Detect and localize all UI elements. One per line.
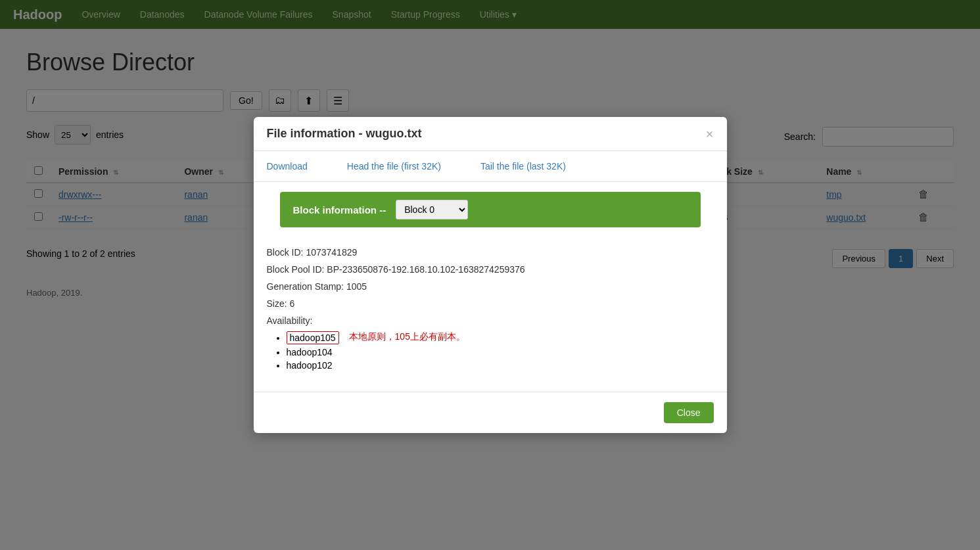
modal-overlay: File information - wuguo.txt × Download … xyxy=(0,0,980,550)
close-button[interactable]: Close xyxy=(664,402,714,423)
availability-row: hadoop105 hadoop104 hadoop102 本地原则，105上必… xyxy=(267,331,714,378)
generation-stamp-line: Generation Stamp: 1005 xyxy=(267,281,714,292)
modal-close-button[interactable]: × xyxy=(706,127,714,141)
head-file-link[interactable]: Head the file (first 32K) xyxy=(347,161,441,172)
block-info-label: Block information -- xyxy=(293,204,386,216)
modal-title: File information - wuguo.txt xyxy=(267,127,422,141)
tail-file-link[interactable]: Tail the file (last 32K) xyxy=(480,161,566,172)
block-info-header: Block information -- Block 0 Block 1 xyxy=(280,192,701,227)
annotation-text: 本地原则，105上必有副本。 xyxy=(349,331,465,343)
download-link[interactable]: Download xyxy=(267,161,308,172)
modal-links: Download Head the file (first 32K) Tail … xyxy=(254,151,727,182)
block-select[interactable]: Block 0 Block 1 xyxy=(396,200,468,219)
modal-footer: Close xyxy=(254,392,727,433)
list-item-3: hadoop102 xyxy=(287,360,339,371)
availability-list: hadoop105 hadoop104 hadoop102 xyxy=(267,331,339,373)
highlighted-node: hadoop105 xyxy=(287,331,339,344)
block-id-line: Block ID: 1073741829 xyxy=(267,247,714,258)
file-info-modal: File information - wuguo.txt × Download … xyxy=(254,117,727,433)
size-line: Size: 6 xyxy=(267,298,714,309)
list-item-2: hadoop104 xyxy=(287,347,339,357)
availability-label: Availability: xyxy=(267,315,714,326)
modal-body: Block ID: 1073741829 Block Pool ID: BP-2… xyxy=(254,234,727,392)
list-item-1: hadoop105 xyxy=(287,331,339,344)
modal-header: File information - wuguo.txt × xyxy=(254,117,727,151)
block-pool-id-line: Block Pool ID: BP-233650876-192.168.10.1… xyxy=(267,264,714,275)
